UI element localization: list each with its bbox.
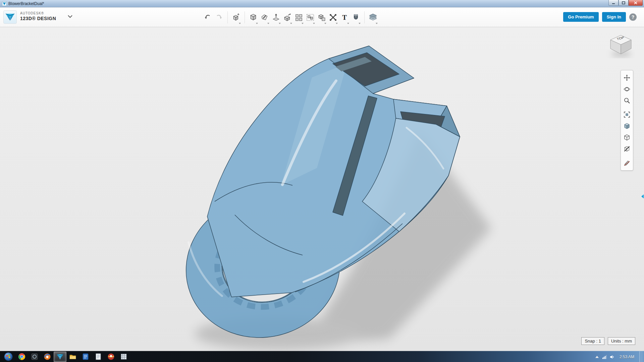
show-desktop-button[interactable] [639, 351, 643, 362]
taskbar-123d-design-icon[interactable] [54, 352, 66, 362]
primitives-icon [249, 13, 258, 22]
transform-button[interactable] [230, 10, 242, 25]
shaded-view-button[interactable] [622, 121, 632, 131]
windows-start-icon [4, 352, 13, 361]
close-button[interactable] [629, 0, 643, 6]
app-logo[interactable] [3, 10, 17, 24]
pattern-dropdown-caret [302, 23, 304, 24]
sketch-dropdown-caret [267, 23, 269, 24]
construct-icon [272, 13, 280, 22]
go-premium-button[interactable]: Go Premium [563, 12, 598, 22]
orbit-button[interactable] [622, 84, 632, 94]
window-titlebar[interactable]: BlowerBracketDual* [0, 0, 644, 7]
sign-in-button[interactable]: Sign In [602, 12, 626, 22]
pan-button[interactable] [622, 73, 632, 83]
pan-icon [624, 74, 630, 81]
sketch-button[interactable] [259, 10, 270, 25]
primitives-button[interactable] [248, 10, 259, 25]
undo-button[interactable] [202, 10, 213, 25]
combine-dropdown-caret [324, 23, 326, 24]
taskbar-pinned-apps [15, 351, 130, 362]
grouping-button[interactable] [305, 10, 316, 25]
hide-objects-icon [624, 145, 630, 152]
redo-button[interactable] [213, 10, 225, 25]
toolbar-separator [245, 11, 245, 23]
modify-icon [283, 13, 292, 22]
combine-icon [317, 13, 326, 22]
taskbar-chrome-icon[interactable] [15, 352, 28, 362]
brand-autodesk: AUTODESK® [20, 11, 56, 16]
wireframe-view-button[interactable] [622, 132, 632, 142]
material-icon [368, 13, 378, 22]
123d-logo-icon [5, 12, 15, 22]
taskbar-notepad-icon[interactable] [92, 352, 105, 362]
taskbar-document-app-icon[interactable] [79, 352, 92, 362]
tray-hidden-icons-chevron[interactable] [595, 355, 599, 359]
viewport-statusbar: Snap : 1 Units : mm [581, 337, 635, 345]
grouping-dropdown-caret [313, 23, 315, 24]
taskbar-windows-explorer-icon[interactable] [66, 352, 79, 362]
measure-icon [329, 13, 337, 22]
snap-dropdown-caret [359, 23, 361, 24]
orbit-icon [624, 86, 630, 93]
taskbar-clock[interactable]: 2:53 AM [618, 355, 636, 359]
hide-objects-button[interactable] [622, 144, 632, 154]
help-button[interactable]: ? [629, 13, 637, 21]
brand-product: 123D® DESIGN [20, 16, 56, 22]
panel-toggle-arrow-icon [641, 194, 644, 198]
taskbar-browser-icon[interactable] [105, 352, 117, 362]
tray-volume-icon[interactable] [610, 355, 614, 359]
app-window-icon [2, 1, 7, 6]
toolbar-separator [227, 11, 228, 23]
grouping-icon [306, 13, 315, 22]
view-cube[interactable]: TOP [606, 32, 635, 61]
windows-taskbar: 2:53 AM [0, 351, 644, 362]
toolbar-separator [364, 11, 365, 23]
tray-network-icon[interactable] [602, 355, 607, 359]
zoom-icon [624, 97, 630, 104]
modify-button[interactable] [282, 10, 293, 25]
taskbar-media-app-icon[interactable] [41, 352, 54, 362]
wireframe-view-icon [624, 134, 630, 141]
snap-magnet-icon [352, 13, 360, 22]
taskbar-grid-app-icon[interactable] [117, 352, 130, 362]
combine-button[interactable] [316, 10, 327, 25]
minimize-button[interactable] [608, 0, 619, 6]
snap-setting[interactable]: Snap : 1 [581, 337, 604, 345]
snap-button[interactable] [350, 10, 362, 25]
fit-view-button[interactable] [622, 110, 632, 120]
text-icon: T [340, 13, 349, 22]
side-panel-toggle[interactable] [641, 192, 644, 201]
shaded-view-icon [624, 123, 630, 129]
zoom-button[interactable] [622, 96, 632, 106]
system-tray: 2:53 AM [595, 351, 644, 362]
pattern-icon [294, 13, 303, 22]
material-dropdown-caret [376, 23, 378, 24]
text-button[interactable]: T [339, 10, 350, 25]
window-title: BlowerBracketDual* [8, 1, 44, 6]
measure-button[interactable] [327, 10, 339, 25]
transform-icon [232, 13, 240, 22]
viewport-3d[interactable]: TOP [0, 27, 644, 351]
svg-text:T: T [342, 13, 347, 21]
navigation-toolbar [621, 70, 633, 171]
construct-button[interactable] [270, 10, 282, 25]
pattern-button[interactable] [293, 10, 305, 25]
construct-dropdown-caret [279, 23, 281, 24]
model-blower-bracket [0, 27, 644, 351]
sketch-icon [260, 13, 269, 22]
text-dropdown-caret [347, 23, 349, 24]
sketch-visibility-icon [624, 160, 630, 166]
transform-dropdown-caret [239, 23, 241, 24]
main-menu-chevron-icon[interactable] [66, 12, 74, 21]
brand-text: AUTODESK® 123D® DESIGN [20, 11, 56, 21]
taskbar-dark-app-icon[interactable] [28, 352, 41, 362]
start-button[interactable] [3, 352, 14, 362]
redo-icon [215, 13, 223, 21]
maximize-button[interactable] [619, 0, 629, 6]
material-button[interactable] [367, 10, 379, 25]
fit-view-icon [624, 111, 630, 118]
sketch-visibility-button[interactable] [622, 158, 632, 168]
app-header: AUTODESK® 123D® DESIGN [0, 7, 644, 27]
units-setting[interactable]: Units : mm [608, 337, 635, 345]
